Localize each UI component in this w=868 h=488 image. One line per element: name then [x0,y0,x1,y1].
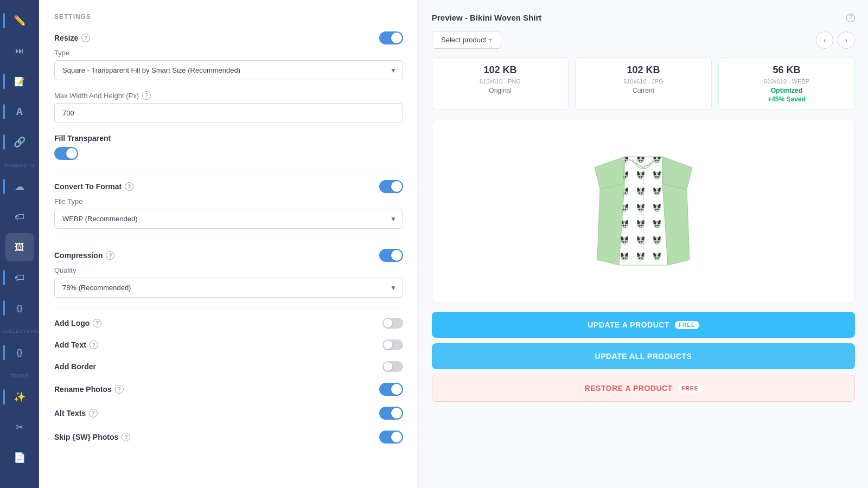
fill-transparent-toggle[interactable] [54,147,78,160]
collections-code-icon: {} [17,348,23,357]
max-width-input[interactable] [54,103,403,123]
shirt-svg [567,135,719,287]
tools-section-label: TOOLS [0,373,39,378]
sidebar-item-code[interactable]: {} [5,294,34,322]
sidebar-item-links[interactable]: 🔗 [5,128,34,156]
preview-help-icon[interactable]: ? [846,14,855,22]
writer-icon: 📝 [14,76,25,87]
file-type-select[interactable]: WEBP (Recommended) JPG PNG [54,209,403,229]
quality-sublabel: Quality [54,266,403,274]
original-dims: 610x610 - PNG [439,78,561,85]
rename-photos-help-icon[interactable]: ? [115,385,124,394]
type-sublabel: Type [54,49,403,57]
translate-icon: A [16,106,23,118]
type-select[interactable]: Square - Transparent Fill by Smart Size … [54,60,403,80]
rename-photos-toggle[interactable] [379,383,403,396]
max-width-setting: Max Width And Height (Px) ? [54,91,403,123]
update-product-badge: FREE [675,321,699,329]
current-size-kb: 102 KB [582,65,705,76]
alt-texts-help-icon[interactable]: ? [89,409,98,418]
file-type-select-wrapper: WEBP (Recommended) JPG PNG ▼ [54,209,403,229]
preview-nav: ‹ › [816,31,855,49]
next-button[interactable]: › [838,31,855,49]
sidebar-item-edit[interactable]: ✏️ [5,7,34,35]
add-text-setting: Add Text ? [54,339,403,350]
resize-help-icon[interactable]: ? [81,34,90,42]
add-text-toggle[interactable] [382,339,403,350]
compression-label: Compression ? [54,251,114,260]
current-dims: 610x610 - JPG [582,78,705,85]
add-border-toggle[interactable] [382,361,403,372]
code-icon: {} [17,304,23,312]
sidebar-item-magic[interactable]: ✨ [5,383,34,411]
sidebar-item-cut[interactable]: ✂ [5,413,34,441]
type-select-wrapper: Square - Transparent Fill by Smart Size … [54,60,403,80]
alt-texts-toggle[interactable] [379,407,403,420]
main-content: SETTINGS Resize ? Type Square - Transpar… [39,0,868,488]
sidebar-item-next[interactable]: ⏭ [5,37,34,65]
add-text-help-icon[interactable]: ? [90,341,98,349]
sidebar-item-writer[interactable]: 📝 [5,67,34,95]
add-border-label: Add Border [54,362,96,371]
sidebar-item-price[interactable]: 🏷 [5,264,34,292]
image-icon: 🖼 [15,242,24,253]
add-logo-help-icon[interactable]: ? [93,319,101,328]
prev-button[interactable]: ‹ [816,31,833,49]
upload-icon: ☁ [15,181,24,192]
current-label: Current [582,87,705,94]
divider-2 [54,240,403,240]
rename-photos-label: Rename Photos ? [54,385,124,394]
add-border-setting: Add Border [54,361,403,372]
convert-label: Convert To Format ? [54,182,133,191]
optimized-size-kb: 56 KB [725,65,848,76]
sidebar-item-translate[interactable]: A [5,98,34,126]
optimized-label: Optimized [725,87,848,94]
sidebar-item-doc[interactable]: 📄 [5,444,34,472]
add-text-label: Add Text ? [54,341,98,349]
update-product-button[interactable]: UPDATE A PRODUCT FREE [432,312,855,338]
convert-help-icon[interactable]: ? [125,182,133,191]
max-width-sublabel: Max Width And Height (Px) [54,92,139,100]
update-product-label: UPDATE A PRODUCT [588,320,669,329]
price-icon: 🏷 [15,272,24,284]
preview-title: Preview - Bikini Woven Shirt [432,13,541,22]
original-label: Original [439,87,561,94]
select-product-button[interactable]: Select product + [432,31,501,49]
restore-badge: FREE [678,384,703,393]
restore-button[interactable]: RESTORE A PRODUCT FREE [432,375,855,402]
skip-sw-toggle[interactable] [379,431,403,444]
divider-1 [54,171,403,171]
alt-texts-setting: Alt Texts ? [54,407,403,420]
resize-toggle[interactable] [379,31,403,44]
add-logo-toggle[interactable] [382,318,403,329]
convert-setting: Convert To Format ? File Type WEBP (Reco… [54,180,403,229]
cut-icon: ✂ [16,421,24,433]
file-type-sublabel: File Type [54,197,403,206]
update-all-button[interactable]: UPDATE ALL PRODUCTS [432,343,855,369]
size-cards: 102 KB 610x610 - PNG Original 102 KB 610… [432,57,855,110]
skip-sw-label: Skip {SW} Photos ? [54,433,130,441]
restore-label: RESTORE A PRODUCT [585,384,673,393]
compression-toggle[interactable] [379,249,403,262]
size-card-current: 102 KB 610x610 - JPG Current [575,57,712,110]
tag-icon: 🏷 [15,211,24,223]
size-card-optimized: 56 KB 610x610 - WEBP Optimized +45% Save… [718,57,855,110]
sidebar-item-tag[interactable]: 🏷 [5,203,34,231]
compression-help-icon[interactable]: ? [106,251,114,260]
optimized-dims: 610x610 - WEBP [725,78,848,85]
links-icon: 🔗 [14,136,25,148]
preview-header: Preview - Bikini Woven Shirt ? [432,13,855,22]
optimized-savings: +45% Saved [725,95,848,103]
quality-select[interactable]: 78% (Recommended) 60% 90% 100% [54,278,403,298]
sidebar-item-collections-code[interactable]: {} [5,338,34,367]
compression-setting: Compression ? Quality 78% (Recommended) … [54,249,403,298]
sidebar-item-upload[interactable]: ☁ [5,172,34,201]
magic-icon: ✨ [14,391,25,403]
max-width-help-icon[interactable]: ? [142,91,151,100]
fill-transparent-setting: Fill Transparent [54,134,403,160]
skip-sw-help-icon[interactable]: ? [122,433,130,441]
convert-toggle[interactable] [379,180,403,193]
quality-select-wrapper: 78% (Recommended) 60% 90% 100% ▼ [54,278,403,298]
sidebar-item-image[interactable]: 🖼 [5,233,34,261]
skip-sw-setting: Skip {SW} Photos ? [54,431,403,444]
